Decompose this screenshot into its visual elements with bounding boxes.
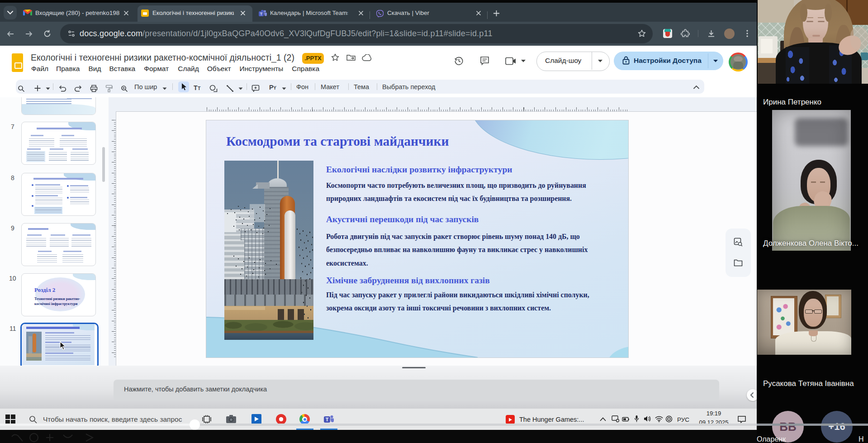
svg-text:T: T: [198, 86, 201, 91]
svg-text:T: T: [260, 12, 263, 16]
svg-text:T: T: [326, 417, 329, 422]
svg-text:T: T: [194, 84, 198, 91]
